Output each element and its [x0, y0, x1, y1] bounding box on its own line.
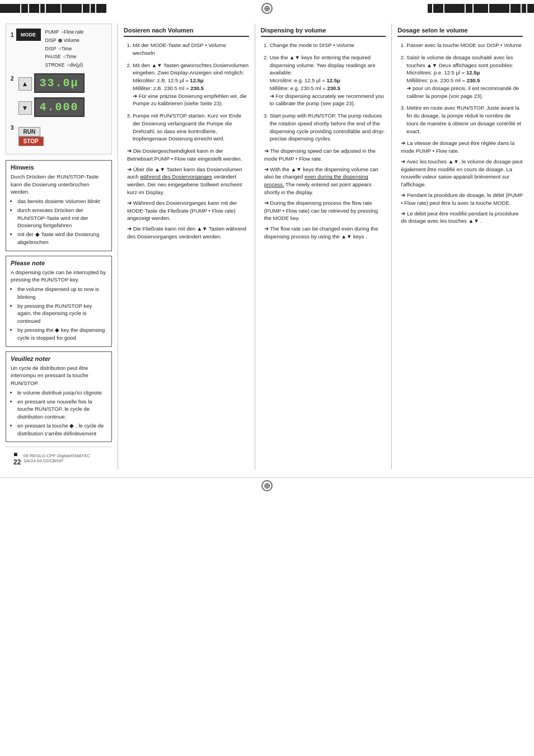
stop-button[interactable]: STOP: [18, 137, 44, 146]
german-note-2: ➜ Über die ▲▼ Tasten kann das Dosiervolu…: [127, 166, 249, 196]
deco-block: [522, 4, 526, 13]
top-bar-left-blocks: [0, 4, 106, 13]
flow-rate-label: Flow rate: [64, 29, 83, 36]
volume-label: Volume: [63, 37, 79, 44]
deco-block: [510, 4, 521, 13]
time-label: Time: [62, 45, 72, 53]
deco-block: [444, 4, 465, 13]
english-note-3: ➜ During the dispensing process the flow…: [264, 199, 386, 222]
display-row-up: ▲ 33.0μ: [18, 73, 107, 95]
english-step2-milli-bold: 230.5: [327, 85, 340, 91]
top-decorative-bar: ⊕: [0, 0, 534, 17]
page-content: 1 MODE PUMP ○ Flow rate DISP Volume DISP…: [0, 18, 534, 475]
german-note2-text: ➜ Über die ▲▼ Tasten kann das Dosiervolu…: [127, 166, 249, 196]
english-step-2: Use the ▲▼ keys for entering the require…: [270, 54, 386, 107]
french-note-1: ➜ La vitesse de dosage peut être réglée …: [401, 139, 523, 155]
up-arrow-button[interactable]: ▲: [18, 77, 32, 91]
deco-block: [96, 4, 106, 13]
page-ref: 09 REGLO-CPF Digital/ISMATEC SA/24.04.02…: [24, 453, 104, 463]
german-step-3: Pumpe mit RUN/STOP starten. Kurz vor End…: [133, 112, 249, 143]
pump-labels: PUMP ○ Flow rate DISP Volume DISP ○ Time…: [45, 29, 84, 70]
left-panel: 1 MODE PUMP ○ Flow rate DISP Volume DISP…: [6, 24, 118, 469]
deco-block: [428, 4, 432, 13]
german-note-3: ➜ Während des Dosiervorganges kann mit d…: [127, 199, 249, 222]
row3-number: 3: [11, 125, 14, 131]
list-item: en pressant la touche ◆ , le cycle de di…: [17, 422, 107, 438]
french-note2-text: ➜ Avec les touches ▲▼, le volume de dosa…: [401, 158, 523, 189]
bottom-crosshair-icon: ⊕: [261, 480, 273, 491]
deco-block: [91, 4, 95, 13]
crosshair-icon: ⊕: [261, 3, 273, 14]
please-note-title: Please note: [11, 260, 107, 266]
french-note-4: ➜ Le débit peut être modifié pendant la …: [401, 210, 523, 226]
run-stop-box: RUN STOP: [18, 127, 44, 146]
please-note-text: A dispensing cycle can be interrupted by…: [11, 269, 107, 342]
french-notes: ➜ La vitesse de dosage peut être réglée …: [397, 139, 523, 225]
deco-block: [433, 4, 443, 13]
veuillez-noter-section: Veuillez noter Un cycle de distribution …: [6, 351, 112, 443]
french-note3-text: ➜ Pendant la procédure de dosage, le déb…: [401, 191, 523, 207]
mode-button[interactable]: MODE: [16, 29, 41, 41]
french-step2-micro: Microlitres: p.e. 12.5 μl =: [406, 69, 466, 76]
english-note3-text: ➜ During the dispensing process the flow…: [264, 199, 386, 222]
deco-block: [40, 4, 45, 13]
german-step-1: Mit der MODE-Taste auf DISP • Volume wec…: [133, 41, 249, 57]
french-step2-milli: Millilitres: p.e. 230.5 ml =: [406, 77, 466, 83]
device-row-3: 3 RUN STOP: [11, 125, 107, 146]
time2-label: Time: [66, 53, 77, 60]
run-button[interactable]: RUN: [18, 127, 41, 137]
english-step2-note: ➜ For dispensing accurately we recommend…: [270, 92, 386, 108]
french-step-1: Passer avec la touche MODE sur DISP • Vo…: [406, 41, 523, 49]
german-step2-intro: Mit den ▲▼ Tasten gewünschtes Dosiervolu…: [133, 62, 249, 76]
device-diagram: 1 MODE PUMP ○ Flow rate DISP Volume DISP…: [6, 24, 112, 154]
list-item: durch erneutes Drücken der RUN/STOP-Tast…: [17, 206, 107, 229]
center-crosshair: ⊕: [261, 3, 273, 14]
deco-block: [527, 4, 534, 13]
french-note1-text: ➜ La vitesse de dosage peut être réglée …: [401, 139, 523, 155]
veuillez-noter-list: le volume distribué jusqu'ici clignote e…: [17, 389, 107, 438]
german-step2-milli-bold: 230.5: [190, 85, 204, 91]
deco-block: [0, 4, 20, 13]
french-step2-note: ➜ pour un dosage précis, il est recomman…: [406, 84, 523, 100]
row2-number: 2: [11, 76, 14, 82]
deco-block: [29, 4, 39, 13]
english-step-1: Change the mode to DISP • Volume: [270, 41, 386, 49]
deco-block: [83, 4, 90, 13]
german-steps: Mit der MODE-Taste auf DISP • Volume wec…: [133, 41, 249, 143]
french-column: Dosage selon le volume Passer avec la to…: [391, 24, 528, 469]
english-note4-text: ➜ The flow rate can be changed even duri…: [264, 225, 386, 241]
english-step2-micro: Microlitre: e.g. 12.5 μl =: [270, 77, 327, 83]
hinweis-list: das bereits dosierte Volumen blinkt durc…: [17, 198, 107, 246]
device-row-2: 2 ▲ 33.0μ ▼ 4.000: [11, 73, 107, 121]
french-step2-intro: Saisir le volume de dosage souhaité avec…: [406, 54, 513, 68]
german-step2-note: ➜ Für eine präzise Dosierung empfehlen w…: [133, 92, 249, 108]
deco-block: [21, 4, 28, 13]
disp-label: DISP: [45, 37, 57, 44]
german-step2-micro-bold: 12.5μ: [190, 77, 203, 83]
english-step-3: Start pump with RUN/STOP. The pump reduc…: [270, 112, 386, 143]
deco-block: [46, 4, 60, 13]
veuillez-noter-text: Un cycle de distribution peut être inter…: [11, 364, 107, 438]
german-note1-text: ➜ Die Dosiergeschwindigkeit kann in der …: [127, 147, 249, 163]
english-notes: ➜ The dispensing speed can be adjusted i…: [261, 147, 386, 240]
german-notes: ➜ Die Dosiergeschwindigkeit kann in der …: [124, 147, 249, 240]
pump-label: PUMP: [45, 29, 59, 36]
top-bar-right-blocks: [428, 4, 534, 13]
english-note-2: ➜ With the ▲▼ keys the dispensing volume…: [264, 166, 386, 196]
bottom-decorative-bar: ⊕: [0, 477, 534, 493]
english-note1-text: ➜ The dispensing speed can be adjusted i…: [264, 147, 386, 163]
please-note-list: the volume dispensed up to now is blinki…: [17, 285, 107, 341]
french-note-3: ➜ Pendant la procédure de dosage, le déb…: [401, 191, 523, 207]
list-item: en pressant une nouvelle fois la touche …: [17, 398, 107, 421]
stroke-label: STROKE: [45, 62, 65, 69]
english-col-header: Dispensing by volume: [261, 27, 386, 37]
french-step2-milli-bold: 230.5: [467, 77, 480, 83]
german-step2-micro: Mikroliter: z.B. 12.5 μl =: [133, 77, 190, 83]
english-note-4: ➜ The flow rate can be changed even duri…: [264, 225, 386, 241]
french-note4-text: ➜ Le débit peut être modifié pendant la …: [401, 210, 523, 226]
down-arrow-button[interactable]: ▼: [18, 101, 32, 115]
right-content: Dosieren nach Volumen Mit der MODE-Taste…: [118, 24, 528, 469]
display-upper: 33.0μ: [34, 73, 85, 93]
french-col-body: Passer avec la touche MODE sur DISP • Vo…: [397, 41, 523, 225]
english-note2-text: ➜ With the ▲▼ keys the dispensing volume…: [264, 166, 386, 196]
